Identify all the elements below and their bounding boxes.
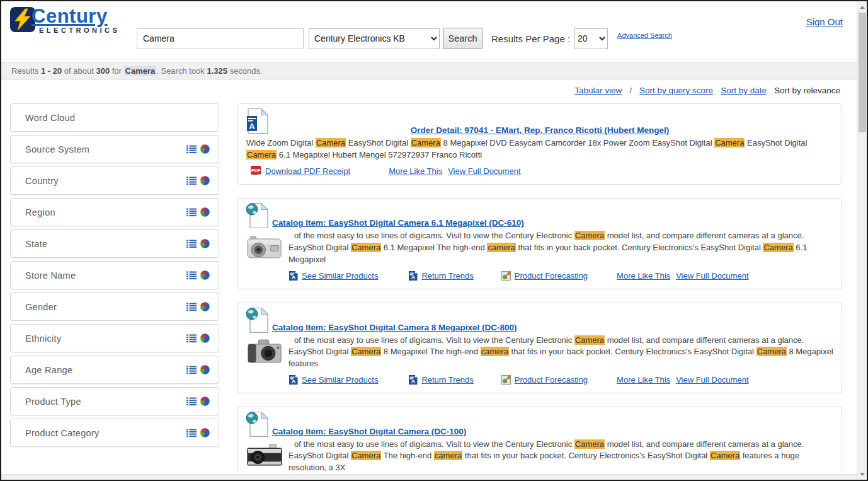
advanced-search-link[interactable]: Advanced Search: [617, 32, 672, 39]
product-forecasting-link[interactable]: Product Forecasting: [515, 375, 588, 385]
sidebar-item-word-cloud[interactable]: Word Cloud: [10, 103, 219, 132]
pie-chart-icon[interactable]: [200, 238, 210, 249]
list-view-icon[interactable]: [186, 429, 197, 438]
view-full-document-link[interactable]: View Full Document: [676, 375, 748, 385]
list-view-icon[interactable]: [186, 397, 197, 406]
document-globe-icon: [246, 411, 268, 438]
list-view-icon[interactable]: [186, 177, 197, 185]
facet-label: State: [25, 239, 186, 249]
see-similar-products-link[interactable]: See Similar Products: [302, 271, 378, 281]
century-logo[interactable]: Century ELECTRONICS: [10, 7, 120, 34]
header: Century ELECTRONICS Century Electronics …: [1, 1, 859, 62]
logo-brand-text: Century: [31, 7, 120, 26]
sign-out-link[interactable]: Sign Out: [806, 16, 843, 27]
horizontal-scrollbar[interactable]: [1, 474, 858, 480]
results-range: 1 - 20: [41, 66, 62, 76]
list-view-icon[interactable]: [186, 334, 197, 343]
view-full-document-link[interactable]: View Full Document: [676, 271, 748, 281]
list-view-icon[interactable]: [186, 145, 197, 154]
facet-label: Product Category: [25, 428, 186, 438]
results-list: Order Detail: 97041 - EMart, Rep. Franco…: [237, 103, 842, 481]
return-trends-link[interactable]: Return Trends: [421, 375, 473, 385]
facet-label: Store Name: [25, 270, 186, 281]
sidebar-item-state[interactable]: State: [10, 229, 219, 258]
more-like-this-link[interactable]: More Like This: [617, 271, 670, 281]
list-view-icon[interactable]: [186, 240, 197, 248]
result-snippet: of the most easy to use lines of digicam…: [288, 335, 833, 370]
sort-by-relevance-current: Sort by relevance: [774, 86, 840, 95]
sidebar-item-product-category[interactable]: Product Category: [10, 419, 219, 447]
vertical-scrollbar[interactable]: [857, 1, 867, 480]
knowledge-base-select[interactable]: Century Electronics KB: [309, 28, 440, 49]
result-card-order-detail: Order Detail: 97041 - EMart, Rep. Franco…: [237, 103, 842, 185]
product-forecasting-link[interactable]: Product Forecasting: [515, 271, 588, 281]
sidebar-item-country[interactable]: Country: [10, 166, 219, 195]
scroll-down-icon[interactable]: [857, 469, 867, 479]
sort-by-date-link[interactable]: Sort by date: [721, 86, 767, 95]
sidebar-item-ethnicity[interactable]: Ethnicity: [10, 324, 219, 352]
compact-digital-camera-thumbnail: [246, 233, 283, 265]
pie-chart-icon[interactable]: [200, 427, 210, 438]
result-title-link[interactable]: Catalog Item: EasyShot Digital Camera 6.…: [272, 218, 524, 228]
result-snippet: Wide Zoom Digital Camera EasyShot Digita…: [246, 137, 833, 161]
document-globe-icon: [246, 307, 268, 333]
document-text-icon: [246, 108, 268, 134]
scroll-up-icon[interactable]: [857, 2, 867, 12]
sidebar-item-source-system[interactable]: Source System: [10, 135, 219, 163]
pie-chart-icon[interactable]: [200, 333, 210, 344]
sidebar-item-region[interactable]: Region: [10, 198, 219, 226]
forecast-chart-icon: [501, 375, 511, 385]
dslr-camera-thumbnail: [246, 338, 283, 370]
search-input[interactable]: [137, 28, 304, 49]
query-term: Camera: [124, 66, 157, 76]
document-a-icon: [408, 375, 418, 385]
list-view-icon[interactable]: [186, 208, 197, 217]
sidebar-item-age-range[interactable]: Age Range: [10, 356, 219, 384]
pie-chart-icon[interactable]: [200, 364, 210, 375]
pie-chart-icon[interactable]: [200, 144, 210, 154]
facet-label: Source System: [25, 144, 186, 154]
more-like-this-link[interactable]: More Like This: [617, 375, 670, 385]
results-per-page-label: Results Per Page :: [491, 33, 570, 44]
sort-by-query-score-link[interactable]: Sort by query score: [639, 86, 713, 95]
document-a-icon: [408, 271, 418, 281]
pie-chart-icon[interactable]: [200, 301, 210, 312]
tabular-view-link[interactable]: Tabular view: [574, 86, 622, 95]
facet-label: Gender: [25, 302, 186, 312]
download-pdf-receipt-link[interactable]: Download PDF Receipt: [265, 166, 350, 176]
facet-sidebar: Word Cloud Source System Country Region …: [10, 103, 219, 450]
results-per-page-select[interactable]: 20: [574, 28, 608, 49]
facet-label: Ethnicity: [25, 333, 186, 344]
sidebar-item-product-type[interactable]: Product Type: [10, 387, 219, 415]
facet-label: Product Type: [25, 397, 186, 407]
scrollbar-thumb[interactable]: [859, 13, 866, 132]
slr-film-camera-thumbnail: [246, 442, 283, 474]
facet-label: Region: [25, 207, 186, 217]
list-view-icon[interactable]: [186, 366, 197, 374]
list-view-icon[interactable]: [186, 271, 197, 280]
sort-bar: Tabular view / Sort by query score Sort …: [574, 86, 840, 95]
sidebar-item-gender[interactable]: Gender: [10, 293, 219, 321]
forecast-chart-icon: [501, 271, 511, 281]
more-like-this-link[interactable]: More Like This: [389, 166, 442, 176]
sort-separator: /: [629, 86, 632, 95]
result-card-dc-610: Catalog Item: EasyShot Digital Camera 6.…: [237, 198, 842, 289]
view-full-document-link[interactable]: View Full Document: [448, 166, 520, 176]
pie-chart-icon[interactable]: [200, 175, 210, 186]
return-trends-link[interactable]: Return Trends: [421, 271, 473, 281]
result-title-link[interactable]: Catalog Item: EasyShot Digital Camera 8 …: [272, 323, 517, 332]
search-results-page: Century ELECTRONICS Century Electronics …: [0, 0, 868, 481]
results-info-bar: Results 1 - 20 of about 300 for Camera. …: [1, 62, 859, 80]
sidebar-item-store-name[interactable]: Store Name: [10, 261, 219, 289]
see-similar-products-link[interactable]: See Similar Products: [302, 375, 378, 385]
document-globe-icon: [246, 202, 268, 229]
pie-chart-icon[interactable]: [200, 270, 210, 281]
result-title-link[interactable]: Catalog Item: EasyShot Digital Camera (D…: [272, 427, 466, 436]
pie-chart-icon[interactable]: [200, 396, 210, 407]
search-button[interactable]: Search: [443, 28, 483, 49]
list-view-icon[interactable]: [186, 303, 197, 311]
pie-chart-icon[interactable]: [200, 207, 210, 217]
document-a-icon: [288, 271, 298, 281]
result-title-link[interactable]: Order Detail: 97041 - EMart, Rep. Franco…: [411, 125, 669, 135]
document-a-icon: [288, 375, 298, 385]
